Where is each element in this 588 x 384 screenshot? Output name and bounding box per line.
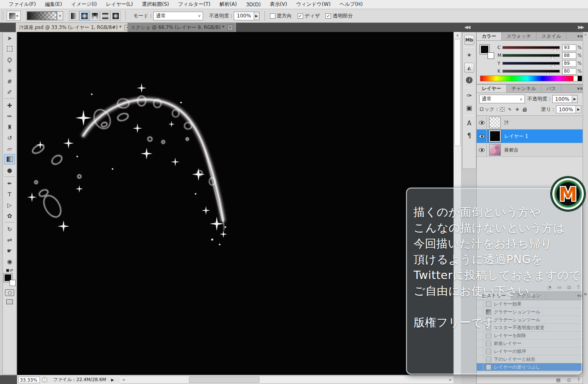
radial-gradient-button[interactable] <box>79 11 89 21</box>
scroll-up-icon[interactable]: ∧ <box>454 32 461 39</box>
close-icon[interactable]: ✕ <box>228 25 233 30</box>
delete-state-icon[interactable]: ⍑ <box>577 377 580 383</box>
reflected-gradient-button[interactable] <box>100 11 110 21</box>
tab-swatches[interactable]: スウォッチ <box>502 32 537 40</box>
document-tab-inactive[interactable]: スクショ @ 66.7% (レイヤー 9, RGB/8) * ✕ <box>127 23 237 32</box>
lock-all-icon[interactable] <box>522 107 528 113</box>
magenta-value-input[interactable]: 88 <box>562 52 576 59</box>
layer-row-layer1[interactable]: レイヤー 1 <box>477 130 585 143</box>
menu-window[interactable]: ウィンドウ(W) <box>292 0 335 9</box>
layer-blend-mode-select[interactable]: 通常∨ <box>479 95 525 103</box>
document-tab-active[interactable]: 汁講座.psd @ 33.3% (レイヤー 1, RGB/8#) * ✕ <box>16 23 134 32</box>
horizontal-scrollbar[interactable]: < > <box>120 376 453 383</box>
hand-tool[interactable]: ☛ <box>4 245 15 256</box>
layer-row-hasshadai[interactable]: 発射台 <box>477 143 585 157</box>
brush-panel-icon[interactable]: ✑ <box>464 90 474 100</box>
layer-row-shiru[interactable]: 汁 <box>477 116 585 130</box>
horizontal-scroll-thumb[interactable] <box>189 377 260 383</box>
orbit-3d-tool[interactable]: ⇌ <box>4 235 15 245</box>
menu-layer[interactable]: レイヤー(L) <box>101 0 137 9</box>
character-panel-icon[interactable]: A <box>464 118 474 128</box>
tab-paths[interactable]: パス <box>541 85 562 93</box>
opacity-spinner[interactable]: ▶ <box>254 12 260 20</box>
dither-checkbox[interactable]: ✓ディザ <box>298 12 320 20</box>
crop-tool[interactable]: # <box>4 76 15 86</box>
lock-pixels-icon[interactable]: ✎ <box>507 107 513 113</box>
tab-layers[interactable]: レイヤー <box>477 85 507 93</box>
menu-file[interactable]: ファイル(F) <box>4 0 40 9</box>
marquee-tool[interactable] <box>4 44 15 54</box>
menu-view[interactable]: 表示(V) <box>265 0 292 9</box>
layer-opacity-input[interactable]: 100% <box>552 95 572 103</box>
scroll-right-icon[interactable]: > <box>447 377 453 383</box>
gradient-preview[interactable] <box>27 11 57 20</box>
healing-brush-tool[interactable]: ✚ <box>4 100 15 110</box>
paragraph-panel-icon[interactable]: ¶ <box>464 131 474 141</box>
blend-mode-select[interactable]: 通常∨ <box>153 12 203 20</box>
menu-filter[interactable]: フィルター(T) <box>174 0 215 9</box>
scroll-left-icon[interactable]: < <box>120 377 127 383</box>
eyedropper-tool[interactable]: ✐ <box>4 87 15 97</box>
info-icon[interactable]: i <box>464 75 474 85</box>
lock-position-icon[interactable]: ✜ <box>514 107 520 113</box>
histogram-icon[interactable]: ◭ <box>464 63 474 73</box>
dock-right-scrollbar[interactable]: ∧≡ <box>583 32 588 384</box>
zoom-tool[interactable]: ◉ <box>4 256 15 267</box>
vertical-scroll-thumb[interactable] <box>454 39 461 146</box>
lasso-tool[interactable]: Ϙ <box>4 54 15 65</box>
layer-thumbnail[interactable] <box>489 130 501 142</box>
menu-select[interactable]: 選択範囲(S) <box>137 0 174 9</box>
path-selection-tool[interactable]: ▷ <box>4 200 15 210</box>
collapse-panels-icon[interactable]: ◀◀ <box>464 24 470 30</box>
brush-tool[interactable]: ✏ <box>4 111 15 121</box>
canvas[interactable] <box>17 32 453 375</box>
fill-spinner[interactable]: ▶ <box>576 105 581 113</box>
quick-mask-button[interactable] <box>5 289 14 296</box>
menu-help[interactable]: ヘルプ(H) <box>335 0 367 9</box>
fill-input[interactable]: 100% <box>556 105 576 113</box>
tool-preset-picker[interactable]: ▾ <box>7 11 21 21</box>
tab-color[interactable]: カラー <box>477 32 502 40</box>
layer-opacity-spinner[interactable]: ▶ <box>572 95 578 103</box>
angle-gradient-button[interactable] <box>90 11 100 21</box>
slider-thumb[interactable] <box>551 64 555 67</box>
opacity-input[interactable]: 100% <box>234 12 254 20</box>
visibility-toggle[interactable] <box>477 143 487 157</box>
reverse-checkbox[interactable]: 逆方向 <box>270 12 292 20</box>
eraser-tool[interactable]: ▱ <box>4 143 15 154</box>
menu-analysis[interactable]: 解析(A) <box>215 0 242 9</box>
tab-channels[interactable]: チャンネル <box>507 85 541 93</box>
slider-thumb[interactable] <box>553 49 557 51</box>
zoom-level-input[interactable]: 33.33% <box>18 377 40 383</box>
background-color-swatch[interactable] <box>10 280 16 286</box>
custom-shape-tool[interactable]: ✿ <box>4 210 15 221</box>
tab-styles[interactable]: スタイル <box>537 32 566 40</box>
clone-stamp-tool[interactable]: ♜ <box>4 122 15 132</box>
gradient-picker-arrow[interactable]: ▾ <box>57 11 63 20</box>
visibility-toggle[interactable] <box>477 130 487 143</box>
color-spectrum-ramp[interactable] <box>480 76 582 81</box>
default-colors-icon[interactable] <box>6 269 9 272</box>
visibility-toggle[interactable] <box>477 116 487 130</box>
transparency-checkbox[interactable]: ✓透明部分 <box>326 12 353 20</box>
menu-3d[interactable]: 3D(D) <box>241 1 265 8</box>
black-value-input[interactable]: 80 <box>562 68 576 75</box>
history-brush-tool[interactable]: ↺ <box>4 132 15 143</box>
new-document-from-state-icon[interactable]: ▤ <box>556 377 560 383</box>
rotate-3d-tool[interactable]: ↻ <box>4 224 15 234</box>
screen-mode-button[interactable] <box>6 299 13 304</box>
linear-gradient-button[interactable] <box>69 11 79 21</box>
mini-bridge-icon[interactable]: Mb <box>464 35 474 45</box>
yellow-value-input[interactable]: 89 <box>562 60 576 67</box>
type-tool[interactable]: T <box>4 189 15 199</box>
quick-selection-tool[interactable]: ✳ <box>4 65 15 76</box>
new-snapshot-icon[interactable]: ⎙ <box>567 377 571 383</box>
lock-transparency-icon[interactable] <box>500 107 505 113</box>
swap-colors-icon[interactable]: ⇄ <box>10 268 13 272</box>
move-tool[interactable]: ➤ <box>4 33 15 43</box>
layer-thumbnail[interactable] <box>489 117 501 128</box>
cyan-value-input[interactable]: 93 <box>562 44 576 51</box>
expand-panels-icon[interactable]: ▶▶ <box>578 24 583 30</box>
gradient-tool[interactable] <box>4 154 15 164</box>
diamond-gradient-button[interactable] <box>110 11 120 21</box>
